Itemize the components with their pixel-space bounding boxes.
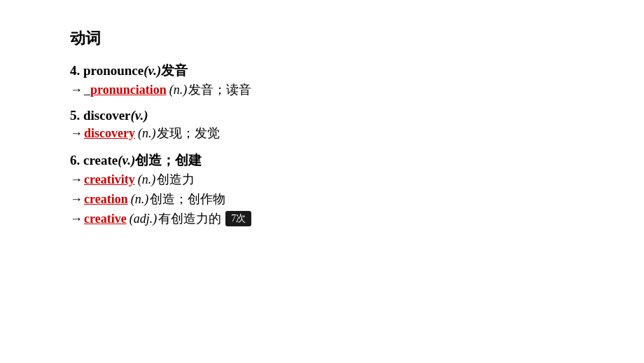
derivative-chinese: 创造力 (157, 171, 195, 188)
arrow-icon: → (70, 192, 83, 207)
derivative-chinese: 发现；发觉 (157, 125, 220, 142)
frequency-badge: 7次 (225, 211, 251, 226)
derivative-pos: (n.) (138, 126, 156, 141)
main-content: 动词 4. pronounce(v.)发音 → _ pronunciation … (0, 0, 644, 265)
derivative-pos: (n.) (131, 192, 149, 207)
derivative-word: pronunciation (90, 83, 167, 97)
derivative-pos: (adj.) (130, 212, 158, 226)
entry-6-derivative-2: → creation (n.) 创造；创作物 (70, 191, 574, 207)
entry-5-pos: (v.) (131, 108, 148, 123)
derivative-word-creative: creative (84, 212, 127, 226)
entry-6-derivative-3: → creative (adj.) 有创造力的 7次 (70, 210, 574, 227)
entry-6-main: 6. create(v.)创造；创建 (70, 151, 574, 170)
entry-group-4: 4. pronounce(v.)发音 → _ pronunciation (n.… (70, 62, 574, 98)
entry-6-derivative-1: → creativity (n.) 创造力 (70, 171, 574, 188)
entry-6-chinese: 创造；创建 (135, 153, 202, 167)
section-title: 动词 (70, 28, 574, 49)
derivative-word-creation: creation (84, 192, 128, 207)
derivative-word: discovery (84, 126, 135, 141)
arrow-icon: → (70, 172, 83, 187)
arrow-icon: → (70, 126, 83, 141)
entry-group-6: 6. create(v.)创造；创建 → creativity (n.) 创造力… (70, 151, 574, 227)
entry-6-number: 6. (70, 153, 83, 167)
entry-5-derivative-1: → discovery (n.) 发现；发觉 (70, 125, 574, 142)
entry-5-word: discover (83, 108, 131, 123)
derivative-chinese: 有创造力的 (158, 210, 221, 227)
entry-4-word: pronounce (83, 63, 144, 78)
entry-4-derivative-1: → _ pronunciation (n.) 发音；读音 (70, 81, 574, 98)
arrow-icon: → (70, 83, 83, 97)
entry-6-word: create (83, 153, 118, 167)
entry-4-main: 4. pronounce(v.)发音 (70, 62, 574, 80)
entry-5-number: 5. (70, 108, 83, 123)
derivative-chinese: 发音；读音 (188, 81, 251, 98)
entry-4-chinese: 发音 (161, 63, 188, 78)
arrow-icon: → (70, 212, 83, 226)
derivative-pos: (n.) (138, 172, 156, 187)
derivative-pos: (n.) (169, 83, 188, 97)
entry-4-number: 4. (70, 63, 83, 78)
entry-6-pos: (v.) (118, 153, 135, 167)
entry-4-pos: (v.) (144, 63, 161, 78)
derivative-word-creativity: creativity (84, 172, 135, 187)
derivative-chinese: 创造；创作物 (150, 191, 225, 207)
blank-underline: _ (84, 83, 90, 97)
entry-5-main: 5. discover(v.) (70, 108, 574, 123)
entry-group-5: 5. discover(v.) → discovery (n.) 发现；发觉 (70, 108, 574, 142)
